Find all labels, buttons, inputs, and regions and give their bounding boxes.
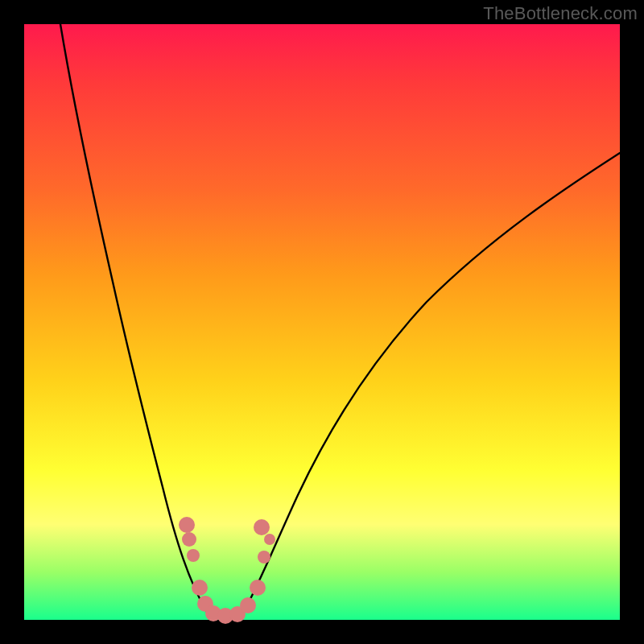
svg-point-12 xyxy=(254,519,270,535)
svg-point-3 xyxy=(192,580,208,596)
svg-point-2 xyxy=(187,549,200,562)
right-curve xyxy=(242,153,620,616)
valley-markers xyxy=(179,517,275,624)
svg-point-10 xyxy=(258,551,270,564)
svg-point-9 xyxy=(250,580,266,596)
svg-point-8 xyxy=(240,597,256,613)
curve-layer xyxy=(24,24,620,620)
chart-frame: TheBottleneck.com xyxy=(0,0,644,644)
plot-area xyxy=(24,24,620,620)
svg-point-0 xyxy=(179,517,195,533)
watermark-text: TheBottleneck.com xyxy=(483,3,638,24)
svg-point-1 xyxy=(182,532,196,547)
svg-point-11 xyxy=(264,534,275,545)
